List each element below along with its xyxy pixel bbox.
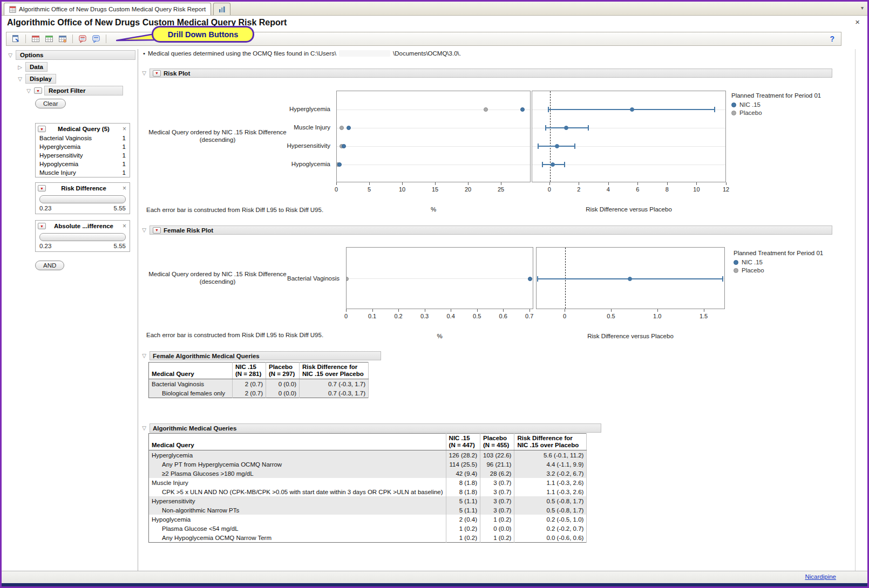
table-row[interactable]: Muscle Injury8 (1.8)3 (0.7)1.1 (-0.3, 2.… [149,478,587,487]
error-bar-cap [542,162,543,167]
column-header[interactable]: NIC .15(N = 281) [233,363,266,379]
column-header[interactable]: Placebo(N = 455) [480,434,514,450]
risk-plot-header-bar[interactable]: ▼ Risk Plot [150,69,832,78]
help-button[interactable]: ? [830,35,837,43]
data-point[interactable] [555,144,559,148]
column-header[interactable]: Medical Query [149,434,446,450]
collapse-triangle-icon[interactable]: ▽ [17,76,23,82]
table-row[interactable]: Plasma Glucose <54 mg/dL1 (0.2)0 (0.0)0.… [149,524,587,533]
plot-panel[interactable] [336,91,531,182]
column-header[interactable]: Risk Difference forNIC .15 over Placebo [300,363,369,379]
table-row[interactable]: Hyperglycemia126 (28.2)103 (22.6)5.6 (-0… [149,450,587,460]
and-button[interactable]: AND [35,261,64,270]
new-report-icon[interactable] [11,34,21,44]
risk-difference-range-slider[interactable] [39,195,126,203]
expand-triangle-icon[interactable]: ▷ [17,64,23,70]
filter-item[interactable]: Bacterial Vaginosis1 [36,134,130,142]
data-table-icon[interactable] [31,34,40,44]
table-row[interactable]: Bacterial Vaginosis2 (0.7)0 (0.0)0.7 (-0… [149,379,369,389]
legend-item[interactable]: NIC .15 [734,259,823,265]
journal-icon[interactable] [58,34,67,44]
save-table-icon[interactable] [44,34,54,44]
data-point[interactable] [340,126,344,130]
table-row[interactable]: Any PT from Hyperglycemia OCMQ Narrow114… [149,460,587,469]
filter-item[interactable]: Hypersensitivity1 [36,151,130,160]
column-header[interactable]: Risk Difference forNIC .15 over Placebo [514,434,587,450]
female-risk-plot-header-bar[interactable]: ▼ Female Risk Plot [150,225,832,235]
window-bottom-edge [2,583,867,586]
close-icon[interactable]: × [855,17,860,26]
x-axis-label: % [336,206,531,213]
plot-panel[interactable] [532,91,726,182]
collapse-triangle-icon[interactable]: ▽ [141,425,147,431]
filter-item-label: Hypersensitivity [39,151,83,160]
data-point[interactable] [528,277,532,281]
female-risk-plot-section-header: ▽ ▼ Female Risk Plot [141,225,832,235]
close-icon[interactable]: × [121,125,127,133]
axis-tick-label: 10 [693,186,700,193]
data-point[interactable] [337,162,342,167]
column-header[interactable]: NIC .15(N = 447) [446,434,480,450]
red-triangle-menu-button[interactable]: ▼ [153,70,161,77]
data-point[interactable] [630,107,634,112]
red-triangle-menu-button[interactable]: ▼ [153,227,161,234]
legend-item[interactable]: Placebo [734,267,823,274]
filter-item[interactable]: Muscle Injury1 [36,168,130,177]
tab-risk-report[interactable]: Algorithmic Office of New Drugs Custom M… [4,3,211,15]
algo-table-header-bar[interactable]: Algorithmic Medical Queries [150,423,601,433]
cell-value: 2 (0.4) [446,515,480,524]
clear-button[interactable]: Clear [35,99,66,108]
legend-label: Placebo [742,267,764,274]
table-row[interactable]: Hypersensitivity5 (1.1)3 (0.7)0.5 (-0.8,… [149,496,587,505]
options-header[interactable]: Options [16,50,135,60]
cell-value: 0 (0.0) [480,524,514,533]
filter-item[interactable]: Hypoglycemia1 [36,160,130,168]
tab-overflow-icon[interactable]: ▾ [861,5,864,11]
column-header[interactable]: Medical Query [149,363,233,379]
red-triangle-menu-button[interactable]: ▼ [38,126,46,132]
data-point[interactable] [520,107,525,112]
display-header[interactable]: Display [25,74,56,84]
data-point[interactable] [347,126,351,130]
plot-panel[interactable] [536,247,725,309]
data-point[interactable] [346,277,349,281]
data-point[interactable] [484,107,488,112]
data-point[interactable] [551,162,555,167]
drill-down-report-icon[interactable] [78,34,87,44]
report-filter-header[interactable]: Report Filter [44,86,123,95]
red-triangle-menu-button[interactable]: ▼ [38,185,46,192]
female-table-header-bar[interactable]: Female Algorithmic Medical Queries [150,351,381,360]
tab-chart[interactable] [213,3,230,15]
table-row[interactable]: CPK >5 x ULN AND NO (CPK-MB/CPK >0.05 wi… [149,487,587,496]
table-row[interactable]: Non-algorithmic Narrow PTs5 (1.1)3 (0.7)… [149,505,587,515]
red-triangle-menu-button[interactable]: ▼ [38,223,46,229]
legend-item[interactable]: Placebo [731,110,821,116]
close-icon[interactable]: × [121,184,127,192]
legend-item[interactable]: NIC .15 [731,101,821,108]
drill-down-notes-icon[interactable] [91,34,101,44]
plot-panel[interactable] [346,247,533,309]
table-row[interactable]: ≥2 Plasma Glucoses >180 mg/dL42 (9.4)28 … [149,469,587,478]
study-link[interactable]: Nicardipine [805,573,836,580]
collapse-triangle-icon[interactable]: ▽ [25,88,32,94]
table-row[interactable]: Any Hypoglycemia OCMQ Narrow Term1 (0.2)… [149,533,587,543]
column-header[interactable]: Placebo(N = 297) [266,363,300,379]
ocmq-note: • Medical queries determined using the O… [143,50,461,57]
axis-tick-label: 10 [399,186,405,193]
table-row[interactable]: Hypoglycemia2 (0.4)1 (0.2)0.2 (-0.5, 1.0… [149,515,587,524]
data-point[interactable] [628,277,632,281]
data-header[interactable]: Data [25,62,47,72]
close-icon[interactable]: × [121,222,127,230]
collapse-triangle-icon[interactable]: ▽ [141,353,147,359]
data-point[interactable] [342,144,346,148]
error-bar-cap [548,107,549,112]
collapse-triangle-icon[interactable]: ▽ [7,52,13,58]
table-row[interactable]: Biological females only2 (0.7)0 (0.0)0.7… [149,388,369,398]
error-bar-cap [574,143,575,149]
red-triangle-menu-button[interactable]: ▼ [34,87,42,94]
absolute-difference-range-slider[interactable] [39,233,126,241]
filter-item[interactable]: Hyperglycemia1 [36,142,130,151]
collapse-triangle-icon[interactable]: ▽ [141,70,147,76]
data-point[interactable] [564,126,568,130]
collapse-triangle-icon[interactable]: ▽ [141,227,147,233]
